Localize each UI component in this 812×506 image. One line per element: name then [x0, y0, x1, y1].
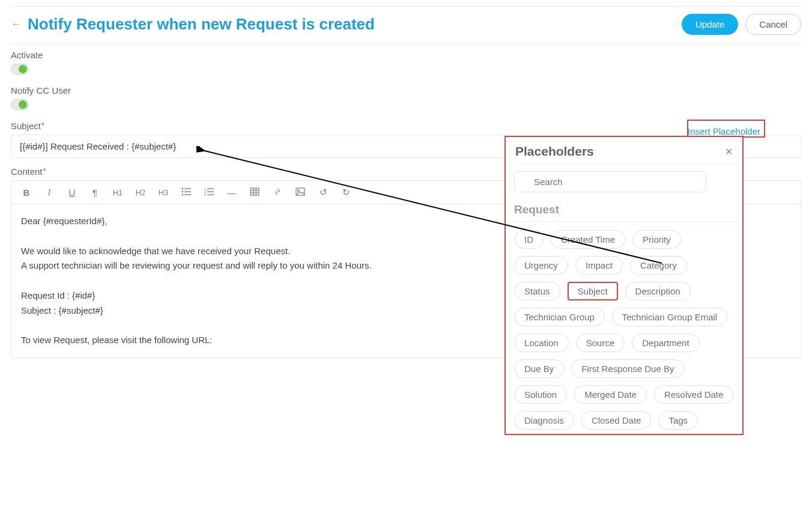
redo-icon[interactable]: ↻: [341, 187, 351, 198]
bold-icon[interactable]: B: [21, 187, 32, 198]
chip-subject[interactable]: Subject: [568, 282, 618, 300]
svg-rect-9: [207, 191, 214, 192]
chip-category[interactable]: Category: [630, 256, 687, 275]
svg-rect-1: [184, 188, 191, 189]
notify-cc-toggle[interactable]: [11, 99, 29, 110]
chip-closed-date[interactable]: Closed Date: [581, 411, 652, 430]
svg-rect-5: [184, 194, 191, 195]
close-icon[interactable]: ✕: [725, 146, 733, 157]
chip-tags[interactable]: Tags: [658, 411, 698, 430]
placeholder-section-title: Request: [514, 203, 738, 216]
hr-icon[interactable]: —: [226, 187, 237, 198]
chip-created-time[interactable]: Created Time: [551, 230, 625, 249]
notify-cc-label: Notify CC User: [11, 85, 801, 96]
chip-priority[interactable]: Priority: [632, 230, 681, 249]
paragraph-icon[interactable]: ¶: [89, 187, 100, 198]
chip-resolved-date[interactable]: Resolved Date: [654, 385, 733, 404]
svg-rect-3: [184, 191, 191, 192]
chip-id[interactable]: ID: [514, 230, 544, 249]
chip-source[interactable]: Source: [576, 334, 625, 352]
svg-rect-11: [207, 194, 214, 195]
chip-solution[interactable]: Solution: [514, 385, 567, 404]
svg-rect-12: [250, 188, 259, 195]
chip-location[interactable]: Location: [514, 334, 569, 352]
svg-point-2: [182, 191, 184, 192]
chip-first-response-due-by[interactable]: First Response Due By: [571, 359, 684, 378]
page-title: Notify Requester when new Request is cre…: [28, 15, 375, 34]
ordered-list-icon[interactable]: 123: [204, 187, 214, 198]
svg-point-4: [182, 194, 184, 195]
chip-urgency[interactable]: Urgency: [514, 256, 568, 275]
h3-icon[interactable]: H3: [158, 188, 169, 197]
activate-toggle[interactable]: [11, 64, 29, 75]
link-icon[interactable]: [272, 187, 283, 198]
chip-due-by[interactable]: Due By: [514, 359, 564, 378]
chip-merged-date[interactable]: Merged Date: [574, 385, 647, 404]
activate-label: Activate: [11, 50, 801, 60]
placeholders-panel: Placeholders ✕ Request ID Created Time P…: [504, 136, 744, 435]
undo-icon[interactable]: ↺: [318, 187, 329, 198]
placeholders-title: Placeholders: [515, 144, 594, 159]
image-icon[interactable]: [295, 187, 306, 198]
chip-impact[interactable]: Impact: [575, 256, 623, 275]
subject-label: Subject*: [11, 121, 801, 131]
chip-technician-group-email[interactable]: Technician Group Email: [612, 308, 727, 326]
unordered-list-icon[interactable]: [181, 187, 192, 198]
table-icon[interactable]: [249, 187, 260, 198]
underline-icon[interactable]: U: [67, 187, 77, 198]
cancel-button[interactable]: Cancel: [745, 14, 801, 35]
chip-description[interactable]: Description: [625, 282, 691, 300]
chip-diagnosis[interactable]: Diagnosis: [514, 411, 574, 430]
svg-rect-7: [207, 188, 214, 189]
h2-icon[interactable]: H2: [135, 188, 146, 197]
svg-text:3: 3: [204, 193, 206, 196]
placeholder-search-input[interactable]: [514, 171, 706, 192]
chip-technician-group[interactable]: Technician Group: [514, 308, 605, 326]
update-button[interactable]: Update: [682, 14, 738, 35]
page-header: ← Notify Requester when new Request is c…: [11, 14, 801, 44]
italic-icon[interactable]: I: [44, 187, 55, 198]
chip-status[interactable]: Status: [514, 282, 560, 300]
h1-icon[interactable]: H1: [112, 188, 123, 197]
svg-point-0: [182, 187, 184, 189]
back-arrow-icon[interactable]: ←: [11, 18, 22, 31]
svg-point-18: [298, 189, 300, 191]
insert-placeholder-link[interactable]: Insert Placeholder: [688, 126, 760, 136]
chip-department[interactable]: Department: [632, 334, 699, 352]
